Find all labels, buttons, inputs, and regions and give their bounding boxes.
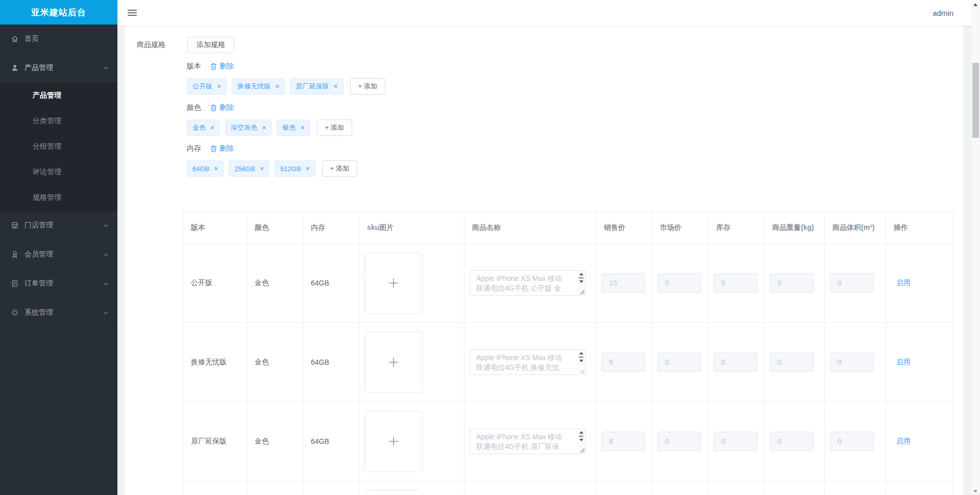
scroll-down-icon[interactable]: [973, 490, 977, 493]
spec-tag: 512GB ×: [275, 160, 315, 177]
table-header-cell: 内存: [303, 212, 359, 244]
sidebar-subitem-label: 分类管理: [33, 116, 61, 126]
section-title-row: 商品规格 添加规格: [137, 37, 234, 53]
settings-icon: [10, 309, 19, 317]
member-icon: [10, 250, 19, 259]
market-price-input[interactable]: [657, 273, 701, 293]
close-icon[interactable]: ×: [275, 83, 279, 90]
enable-link[interactable]: 启用: [896, 278, 911, 287]
stock-input[interactable]: [714, 273, 757, 293]
store-icon: [10, 221, 19, 230]
product-name-textarea[interactable]: Apple iPhone XS Max 移动 联通电信4G手机 原厂延保: [470, 429, 586, 454]
sku-image-upload[interactable]: [364, 332, 423, 393]
product-name-line: Apple iPhone XS Max 移动: [476, 353, 574, 363]
scroll-down-icon[interactable]: [579, 360, 583, 362]
sku-image-upload[interactable]: [364, 490, 423, 495]
cell-version: 原厂延保版: [183, 402, 247, 481]
sidebar-subitem-product-management[interactable]: 产品管理: [0, 83, 117, 108]
sidebar-item-system-management[interactable]: 系统管理: [0, 298, 117, 327]
page-scrollbar[interactable]: [971, 0, 980, 495]
table-row: 原厂延保版 金色 64GB: [183, 402, 953, 481]
sidebar-item-home[interactable]: 首页: [0, 25, 117, 54]
sidebar-subitem-group-management[interactable]: 分组管理: [0, 134, 117, 159]
cell-memory: 64GB: [303, 323, 359, 402]
spec-tag: 原厂延保版 ×: [290, 78, 343, 95]
scroll-up-icon[interactable]: [579, 273, 583, 275]
add-tag-button[interactable]: + 添加: [317, 120, 352, 136]
stock-input[interactable]: [714, 352, 757, 372]
stock-input[interactable]: [714, 432, 757, 451]
product-name-line: 联通电信4G手机 换修无忧: [476, 363, 574, 372]
scrollbar-thumb[interactable]: [579, 277, 583, 279]
delete-spec-link[interactable]: 删除: [210, 144, 234, 153]
cell-version: [183, 481, 247, 495]
spec-tag: 换修无忧版 ×: [232, 78, 285, 95]
sidebar-subitem-spec-management[interactable]: 规格管理: [0, 185, 117, 210]
sidebar-subitem-category-management[interactable]: 分类管理: [0, 108, 117, 134]
sidebar-item-product-management[interactable]: 产品管理: [0, 54, 117, 83]
add-spec-button[interactable]: 添加规格: [187, 37, 234, 53]
scroll-up-icon[interactable]: [973, 3, 977, 6]
volume-input[interactable]: [830, 352, 874, 372]
table-header-cell: 颜色: [247, 212, 303, 244]
enable-link[interactable]: 启用: [896, 437, 911, 445]
sidebar-item-label: 会员管理: [24, 250, 53, 259]
trash-icon: [210, 104, 217, 111]
close-icon[interactable]: ×: [210, 124, 214, 131]
sidebar-item-order-management[interactable]: 订单管理: [0, 269, 117, 298]
close-icon[interactable]: ×: [214, 165, 218, 172]
market-price-input[interactable]: [657, 432, 701, 451]
add-tag-button[interactable]: + 添加: [322, 160, 357, 177]
product-name-line: 联通电信4G手机 原厂延保: [476, 442, 574, 452]
cell-color: [247, 481, 303, 495]
delete-spec-link[interactable]: 删除: [210, 62, 234, 71]
menu-toggle-icon[interactable]: [128, 10, 137, 16]
volume-input[interactable]: [830, 273, 874, 293]
sidebar-item-store-management[interactable]: 门店管理: [0, 211, 117, 240]
user-menu[interactable]: admin: [933, 9, 953, 17]
close-icon[interactable]: ×: [260, 165, 264, 172]
sku-image-upload[interactable]: [364, 411, 423, 472]
enable-link[interactable]: 启用: [896, 358, 911, 366]
scrollbar-thumb[interactable]: [579, 356, 583, 358]
close-icon[interactable]: ×: [306, 165, 310, 172]
delete-label: 删除: [219, 144, 234, 153]
scroll-down-icon[interactable]: [579, 280, 583, 283]
spec-tag-label: 深空灰色: [231, 123, 257, 132]
sale-price-input[interactable]: [601, 273, 645, 293]
scroll-down-icon[interactable]: [579, 439, 583, 441]
spec-group-name: 颜色: [187, 103, 201, 112]
sidebar-subitem-comment-management[interactable]: 评论管理: [0, 159, 117, 185]
scroll-up-icon[interactable]: [579, 352, 583, 355]
table-header-cell: sku图片: [359, 212, 464, 244]
sidebar-item-member-management[interactable]: 会员管理: [0, 240, 117, 269]
close-icon[interactable]: ×: [217, 83, 221, 90]
weight-input[interactable]: [770, 352, 814, 372]
close-icon[interactable]: ×: [300, 124, 304, 131]
weight-input[interactable]: [770, 432, 814, 451]
sale-price-input[interactable]: [601, 432, 645, 451]
scrollbar-thumb[interactable]: [972, 63, 979, 138]
sku-image-upload[interactable]: [364, 252, 423, 314]
cell-version: 公开版: [183, 244, 247, 323]
delete-spec-link[interactable]: 删除: [210, 103, 234, 112]
sidebar-subitem-label: 分组管理: [33, 142, 61, 151]
chevron-down-icon: [103, 311, 108, 315]
delete-label: 删除: [219, 62, 234, 71]
market-price-input[interactable]: [657, 352, 701, 372]
scrollbar-thumb[interactable]: [579, 435, 583, 437]
volume-input[interactable]: [830, 432, 874, 451]
scroll-up-icon[interactable]: [579, 431, 583, 434]
resize-grip-icon[interactable]: [579, 447, 584, 453]
add-tag-button[interactable]: + 添加: [350, 78, 385, 95]
product-name-line: Apple iPhone XS Max 移动: [476, 274, 574, 284]
close-icon[interactable]: ×: [333, 83, 337, 90]
weight-input[interactable]: [770, 273, 814, 293]
sale-price-input[interactable]: [601, 352, 645, 372]
resize-grip-icon[interactable]: [579, 368, 584, 373]
close-icon[interactable]: ×: [262, 124, 266, 131]
resize-grip-icon[interactable]: [579, 289, 584, 294]
cell-version: 换修无忧版: [183, 323, 247, 402]
product-name-textarea[interactable]: Apple iPhone XS Max 移动 联通电信4G手机 换修无忧: [470, 349, 586, 375]
product-name-textarea[interactable]: Apple iPhone XS Max 移动 联通电信4G手机 公开版 金: [470, 270, 586, 296]
